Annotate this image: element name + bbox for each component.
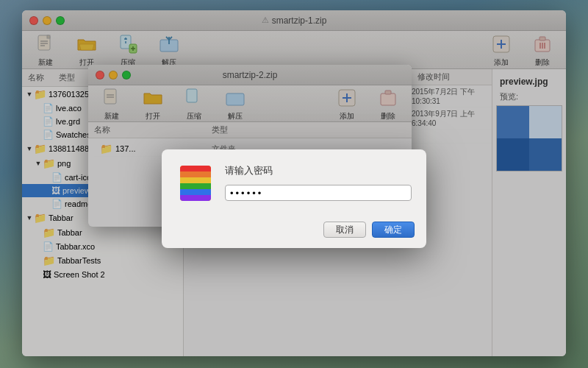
password-input[interactable] <box>225 185 412 201</box>
dialog-overlay: 请输入密码 取消 确定 <box>0 0 588 368</box>
confirm-button[interactable]: 确定 <box>372 222 415 238</box>
dialog-prompt-text: 请输入密码 <box>225 164 412 177</box>
dialog-buttons: 取消 确定 <box>162 214 426 248</box>
password-dialog: 请输入密码 取消 确定 <box>162 149 426 248</box>
cancel-button[interactable]: 取消 <box>323 222 366 238</box>
dialog-content: 请输入密码 <box>225 164 412 202</box>
winzip-icon <box>176 164 215 202</box>
dialog-body: 请输入密码 <box>162 149 426 214</box>
